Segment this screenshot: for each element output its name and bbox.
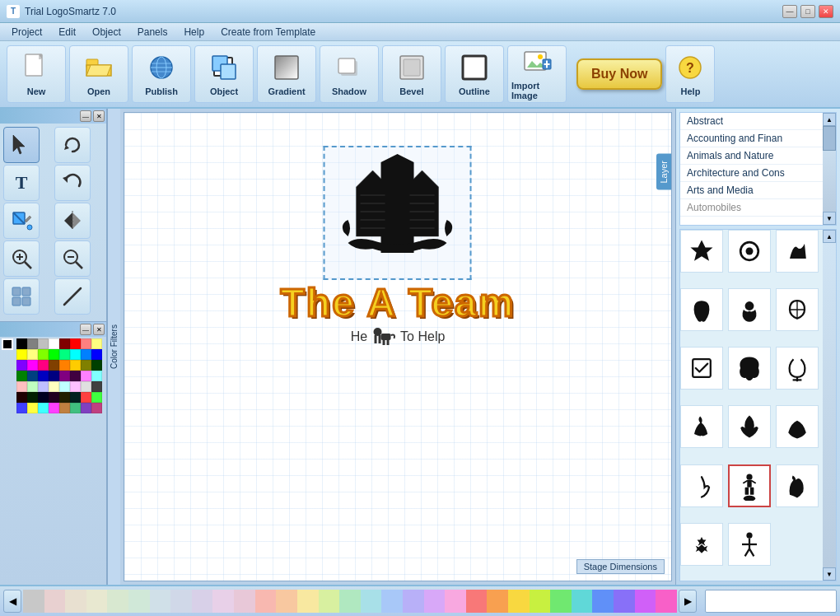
bottom-swatch[interactable] <box>234 590 255 613</box>
close-button[interactable]: ✕ <box>819 5 833 18</box>
tool-export-button[interactable] <box>3 278 40 315</box>
color-swatch[interactable] <box>81 403 91 413</box>
bottom-swatch[interactable] <box>339 590 361 613</box>
category-abstract[interactable]: Abstract <box>680 113 823 130</box>
toolbar-help-button[interactable]: ? Help <box>665 45 715 103</box>
tool-undo-button[interactable] <box>54 165 91 201</box>
tool-paint-button[interactable] <box>3 203 40 239</box>
color-swatch[interactable] <box>16 371 27 381</box>
icon-cell-7[interactable] <box>680 347 723 390</box>
cat-scroll-down[interactable]: ▼ <box>823 212 836 225</box>
color-swatch[interactable] <box>70 349 81 360</box>
icon-cell-4[interactable] <box>680 288 723 331</box>
bottom-scroll-right[interactable]: ▶ <box>679 590 697 613</box>
color-swatch[interactable] <box>70 381 81 392</box>
bottom-swatch[interactable] <box>592 590 614 613</box>
icon-cell-14[interactable] <box>728 464 771 507</box>
color-swatch[interactable] <box>70 338 81 349</box>
toolbar-bevel-button[interactable]: Bevel <box>382 45 441 103</box>
menu-object[interactable]: Object <box>84 25 129 40</box>
icon-cell-2[interactable] <box>728 230 771 273</box>
bottom-swatch[interactable] <box>466 590 488 613</box>
toolbar-outline-button[interactable]: Outline <box>445 45 504 103</box>
color-swatch[interactable] <box>49 371 59 381</box>
color-swatch[interactable] <box>27 392 38 403</box>
transparent-color[interactable]: ✕ <box>2 338 13 350</box>
icon-cell-16[interactable] <box>680 523 723 566</box>
icon-cell-3[interactable] <box>776 230 819 273</box>
canvas-area[interactable]: Layer <box>124 112 672 581</box>
color-swatch[interactable] <box>49 360 59 371</box>
bottom-swatch[interactable] <box>403 590 424 613</box>
palette-minimize-button[interactable]: — <box>80 324 91 335</box>
menu-project[interactable]: Project <box>3 25 50 40</box>
toolbar-shadow-button[interactable]: Shadow <box>320 45 379 103</box>
color-swatch[interactable] <box>38 403 49 413</box>
color-swatch[interactable] <box>16 403 27 413</box>
tool-flip-button[interactable] <box>54 203 91 239</box>
bottom-swatch[interactable] <box>107 590 128 613</box>
toolbar-import-image-button[interactable]: Import Image <box>507 45 567 103</box>
color-swatch[interactable] <box>91 338 102 349</box>
bottom-swatch[interactable] <box>635 590 656 613</box>
color-swatch[interactable] <box>38 371 49 381</box>
menu-panels[interactable]: Panels <box>129 25 176 40</box>
color-swatch[interactable] <box>59 392 70 403</box>
cat-scroll-thumb[interactable] <box>823 126 836 151</box>
icon-cell-6[interactable] <box>776 288 819 331</box>
icons-scroll-up[interactable]: ▲ <box>823 230 836 243</box>
bottom-swatch[interactable] <box>128 590 150 613</box>
color-swatch[interactable] <box>38 338 49 349</box>
minimize-button[interactable]: — <box>782 5 797 18</box>
category-accounting[interactable]: Accounting and Finan <box>680 130 823 147</box>
logo-main-text[interactable]: The A Team <box>281 280 516 325</box>
color-swatch[interactable] <box>38 349 49 360</box>
bottom-swatch[interactable] <box>445 590 466 613</box>
icons-scroll-down[interactable]: ▼ <box>823 567 836 581</box>
menu-edit[interactable]: Edit <box>50 25 84 40</box>
icon-cell-17[interactable] <box>728 523 771 566</box>
color-swatch[interactable] <box>59 349 70 360</box>
color-swatch[interactable] <box>49 349 59 360</box>
icon-cell-1[interactable] <box>680 230 723 273</box>
toolbar-object-button[interactable]: Object <box>194 45 254 103</box>
color-swatch[interactable] <box>91 360 102 371</box>
menu-help[interactable]: Help <box>175 25 212 40</box>
color-swatch[interactable] <box>59 403 70 413</box>
color-swatch[interactable] <box>49 381 59 392</box>
bottom-swatch[interactable] <box>170 590 192 613</box>
stage-dimensions-label[interactable]: Stage Dimensions <box>576 559 665 574</box>
color-swatch[interactable] <box>81 381 91 392</box>
bottom-swatch[interactable] <box>572 590 593 613</box>
color-swatch[interactable] <box>27 381 38 392</box>
color-swatch[interactable] <box>59 360 70 371</box>
color-swatch[interactable] <box>49 392 59 403</box>
color-swatch[interactable] <box>27 403 38 413</box>
toolbar-publish-button[interactable]: Publish <box>132 45 191 103</box>
color-swatch[interactable] <box>16 338 27 349</box>
toolbar-gradient-button[interactable]: Gradient <box>257 45 316 103</box>
color-swatch[interactable] <box>91 371 102 381</box>
toolbox-close-button[interactable]: ✕ <box>93 110 105 122</box>
bottom-swatch[interactable] <box>424 590 446 613</box>
bottom-swatch[interactable] <box>508 590 530 613</box>
bottom-swatch[interactable] <box>44 590 66 613</box>
cat-scroll-up[interactable]: ▲ <box>823 113 836 126</box>
bottom-swatch[interactable] <box>276 590 297 613</box>
category-arts[interactable]: Arts and Media <box>680 182 823 199</box>
color-swatch[interactable] <box>70 360 81 371</box>
color-swatch[interactable] <box>59 338 70 349</box>
color-swatch[interactable] <box>91 381 102 392</box>
maximize-button[interactable]: □ <box>800 5 815 18</box>
tool-select-button[interactable] <box>3 127 40 163</box>
color-swatch[interactable] <box>27 338 38 349</box>
toolbar-new-button[interactable]: New <box>7 45 66 103</box>
color-swatch[interactable] <box>27 371 38 381</box>
color-swatch[interactable] <box>81 338 91 349</box>
bottom-swatch[interactable] <box>297 590 319 613</box>
menu-create-template[interactable]: Create from Template <box>212 25 324 40</box>
color-swatch[interactable] <box>38 392 49 403</box>
color-swatch[interactable] <box>81 349 91 360</box>
color-swatch[interactable] <box>81 371 91 381</box>
bottom-swatch[interactable] <box>150 590 171 613</box>
